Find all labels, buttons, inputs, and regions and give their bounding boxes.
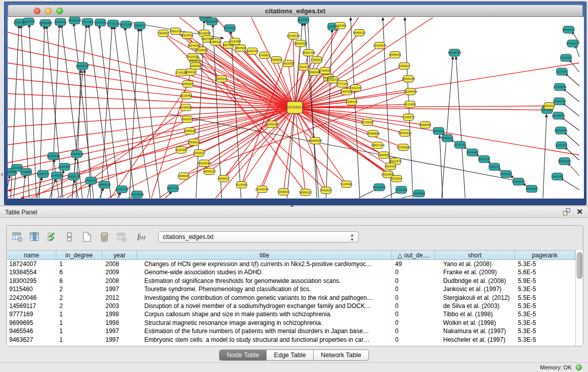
- table-row[interactable]: 977716911998Corpus callosum shape and si…: [7, 310, 583, 318]
- table-cell: 14569117: [7, 302, 56, 310]
- column-header-year[interactable]: year: [102, 251, 137, 259]
- dropdown-stepper-icon: ▲▼: [350, 233, 354, 242]
- svg-text:14569117: 14569117: [299, 191, 313, 194]
- svg-text:23420046: 23420046: [186, 55, 200, 58]
- table-row[interactable]: 1938455462009Genome-wide association stu…: [7, 268, 583, 276]
- svg-text:16958107: 16958107: [98, 183, 112, 186]
- svg-text:7955812: 7955812: [311, 58, 323, 61]
- delete-button[interactable]: [99, 231, 110, 243]
- svg-text:9474444: 9474444: [466, 151, 478, 154]
- network-window-titlebar[interactable]: citations_edges.txt: [8, 5, 583, 17]
- tab-edge-table[interactable]: Edge Table: [267, 349, 313, 361]
- svg-text:9463627: 9463627: [193, 151, 205, 155]
- table-cell: 49: [392, 260, 435, 268]
- svg-text:9115460: 9115460: [341, 183, 353, 186]
- table-cell: 0: [392, 319, 435, 327]
- scrollbar-thumb[interactable]: [577, 252, 582, 279]
- svg-text:7462070: 7462070: [350, 86, 362, 90]
- table-cell: 19384554: [7, 268, 56, 276]
- table-cell: 0: [392, 310, 435, 318]
- table-row[interactable]: 911546021997Tourette syndrome. Phenomeno…: [7, 285, 583, 293]
- table-cell: 9465546: [7, 327, 56, 335]
- function-builder-button[interactable]: f(x): [134, 231, 149, 243]
- svg-text:9463627: 9463627: [543, 104, 555, 107]
- svg-text:19384554: 19384554: [179, 106, 193, 109]
- svg-text:22420046: 22420046: [255, 188, 269, 191]
- svg-text:26053346: 26053346: [76, 64, 90, 68]
- table-row[interactable]: 946554611997Estimation of the future num…: [7, 327, 583, 335]
- table-cell: 6: [56, 268, 102, 276]
- close-panel-icon[interactable]: ✕: [576, 208, 583, 215]
- table-cell: 0: [392, 294, 435, 302]
- svg-text:1145194: 1145194: [51, 174, 63, 177]
- svg-text:9329966: 9329966: [560, 56, 572, 59]
- table-row[interactable]: 946362711997Embryonic stem cells: a mode…: [7, 336, 583, 344]
- svg-text:15751074: 15751074: [566, 42, 580, 45]
- table-cell: 22420046: [7, 294, 56, 302]
- collapse-left-panel-icon[interactable]: [1, 172, 3, 177]
- svg-text:9115460: 9115460: [23, 20, 35, 23]
- table-row[interactable]: 1872400712008Changes of HCN gene express…: [7, 260, 583, 268]
- svg-text:16053809: 16053809: [205, 20, 219, 23]
- table-cell: Nakamura et al. (1997): [435, 327, 515, 335]
- float-panel-icon[interactable]: [563, 208, 570, 215]
- table-cell: Tibbo et al. (1998): [435, 310, 515, 318]
- svg-text:18640910: 18640910: [294, 42, 308, 45]
- network-canvas[interactable]: 2005572491154602089140694655461065328715…: [8, 17, 584, 199]
- import-table-disabled-button: [116, 231, 127, 243]
- svg-text:8912934: 8912934: [181, 34, 193, 37]
- svg-text:9465546: 9465546: [189, 59, 201, 62]
- table-cell: 18300295: [7, 277, 56, 285]
- table-cell: Estimation of the future numbers of pati…: [137, 327, 392, 335]
- tab-network-table[interactable]: Network Table: [314, 349, 369, 361]
- network-view-window[interactable]: citations_edges.txt 20055724911546020891…: [4, 2, 586, 205]
- svg-text:7963822: 7963822: [157, 32, 169, 35]
- window-zoom-button[interactable]: [56, 8, 63, 14]
- svg-text:16782759: 16782759: [115, 188, 129, 191]
- table-row[interactable]: 1456911722003Disruption of a novel membe…: [7, 302, 583, 310]
- svg-text:9115460: 9115460: [413, 192, 426, 195]
- table-row[interactable]: 2242004622012Investigating the contribut…: [7, 294, 583, 302]
- table-cell: 5.9E-5: [515, 277, 575, 285]
- table-cell: 5.6E-5: [515, 268, 575, 276]
- svg-text:9465546: 9465546: [184, 129, 196, 133]
- svg-text:9699695: 9699695: [419, 123, 431, 126]
- window-minimize-button[interactable]: [45, 8, 52, 14]
- table-cell: 2: [56, 294, 102, 302]
- table-tabs: Node TableEdge TableNetwork Table: [0, 349, 588, 362]
- table-cell: 9115460: [7, 285, 56, 293]
- column-header-out_de[interactable]: △ out_de…: [392, 251, 435, 259]
- svg-text:2935114: 2935114: [478, 158, 491, 161]
- column-header-pagerank[interactable]: pagerank: [515, 251, 575, 259]
- table-cell: Disruption of a novel member of a sodium…: [137, 302, 392, 310]
- svg-text:752254: 752254: [391, 177, 402, 180]
- table-mode-button[interactable]: [12, 231, 23, 243]
- svg-text:2336445: 2336445: [345, 100, 358, 103]
- table-vertical-scrollbar[interactable]: [575, 250, 583, 346]
- column-header-title[interactable]: title: [137, 251, 392, 259]
- table-cell: Wolkin et al. (1998): [435, 319, 515, 327]
- column-header-name[interactable]: name: [7, 251, 56, 259]
- table-body: 1872400712008Changes of HCN gene express…: [7, 260, 583, 344]
- table-row[interactable]: 1830029562008Estimation of significance …: [7, 277, 583, 285]
- svg-text:16671385: 16671385: [119, 23, 133, 26]
- new-file-button[interactable]: [81, 231, 93, 243]
- svg-text:8813054: 8813054: [297, 18, 310, 21]
- row-height-button[interactable]: [64, 231, 75, 243]
- show-column-button[interactable]: [29, 231, 40, 243]
- table-cell: Hescheler et al. (1997): [435, 336, 515, 344]
- table-row[interactable]: 969969511998Structural magnetic resonanc…: [7, 319, 583, 327]
- svg-text:22420046: 22420046: [194, 49, 208, 52]
- svg-text:9463627: 9463627: [217, 177, 230, 180]
- svg-text:9465546: 9465546: [178, 174, 190, 178]
- column-header-in_degree[interactable]: in_degree: [56, 251, 102, 259]
- column-header-short[interactable]: short: [435, 251, 515, 259]
- tab-node-table[interactable]: Node Table: [219, 349, 267, 361]
- table-cell: 1997: [102, 327, 137, 335]
- window-close-button[interactable]: [34, 8, 40, 14]
- svg-text:17957253: 17957253: [84, 179, 98, 182]
- table-panel-header: Table Panel ✕: [0, 207, 588, 218]
- table-selector-dropdown[interactable]: citations_edges.txt ▲▼: [158, 231, 359, 243]
- select-columns-button[interactable]: [47, 231, 58, 243]
- svg-text:8575224: 8575224: [224, 27, 236, 30]
